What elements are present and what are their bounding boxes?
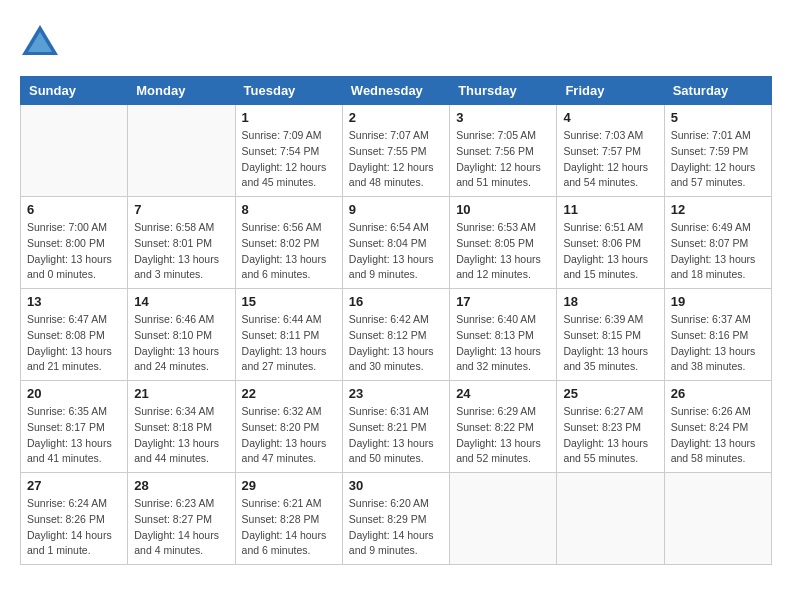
calendar-cell: 14Sunrise: 6:46 AM Sunset: 8:10 PM Dayli… — [128, 289, 235, 381]
day-number: 24 — [456, 386, 550, 401]
day-number: 2 — [349, 110, 443, 125]
calendar-cell: 13Sunrise: 6:47 AM Sunset: 8:08 PM Dayli… — [21, 289, 128, 381]
day-detail: Sunrise: 6:39 AM Sunset: 8:15 PM Dayligh… — [563, 312, 657, 375]
day-number: 27 — [27, 478, 121, 493]
day-detail: Sunrise: 7:09 AM Sunset: 7:54 PM Dayligh… — [242, 128, 336, 191]
day-number: 10 — [456, 202, 550, 217]
week-row-3: 13Sunrise: 6:47 AM Sunset: 8:08 PM Dayli… — [21, 289, 772, 381]
calendar-cell — [128, 105, 235, 197]
calendar-cell: 6Sunrise: 7:00 AM Sunset: 8:00 PM Daylig… — [21, 197, 128, 289]
calendar-cell: 24Sunrise: 6:29 AM Sunset: 8:22 PM Dayli… — [450, 381, 557, 473]
column-header-tuesday: Tuesday — [235, 77, 342, 105]
calendar-cell: 2Sunrise: 7:07 AM Sunset: 7:55 PM Daylig… — [342, 105, 449, 197]
day-number: 1 — [242, 110, 336, 125]
calendar-cell: 8Sunrise: 6:56 AM Sunset: 8:02 PM Daylig… — [235, 197, 342, 289]
calendar-cell: 18Sunrise: 6:39 AM Sunset: 8:15 PM Dayli… — [557, 289, 664, 381]
calendar-cell: 20Sunrise: 6:35 AM Sunset: 8:17 PM Dayli… — [21, 381, 128, 473]
day-number: 3 — [456, 110, 550, 125]
calendar-cell: 19Sunrise: 6:37 AM Sunset: 8:16 PM Dayli… — [664, 289, 771, 381]
day-number: 30 — [349, 478, 443, 493]
calendar-cell — [450, 473, 557, 565]
day-number: 13 — [27, 294, 121, 309]
calendar-cell: 30Sunrise: 6:20 AM Sunset: 8:29 PM Dayli… — [342, 473, 449, 565]
column-header-friday: Friday — [557, 77, 664, 105]
calendar-cell: 11Sunrise: 6:51 AM Sunset: 8:06 PM Dayli… — [557, 197, 664, 289]
calendar-cell: 4Sunrise: 7:03 AM Sunset: 7:57 PM Daylig… — [557, 105, 664, 197]
day-detail: Sunrise: 6:26 AM Sunset: 8:24 PM Dayligh… — [671, 404, 765, 467]
calendar-cell: 22Sunrise: 6:32 AM Sunset: 8:20 PM Dayli… — [235, 381, 342, 473]
day-number: 19 — [671, 294, 765, 309]
calendar-table: SundayMondayTuesdayWednesdayThursdayFrid… — [20, 76, 772, 565]
day-detail: Sunrise: 6:44 AM Sunset: 8:11 PM Dayligh… — [242, 312, 336, 375]
day-detail: Sunrise: 6:40 AM Sunset: 8:13 PM Dayligh… — [456, 312, 550, 375]
day-number: 28 — [134, 478, 228, 493]
day-number: 17 — [456, 294, 550, 309]
day-number: 21 — [134, 386, 228, 401]
day-number: 26 — [671, 386, 765, 401]
day-detail: Sunrise: 7:05 AM Sunset: 7:56 PM Dayligh… — [456, 128, 550, 191]
calendar-cell: 28Sunrise: 6:23 AM Sunset: 8:27 PM Dayli… — [128, 473, 235, 565]
day-detail: Sunrise: 6:42 AM Sunset: 8:12 PM Dayligh… — [349, 312, 443, 375]
calendar-cell: 1Sunrise: 7:09 AM Sunset: 7:54 PM Daylig… — [235, 105, 342, 197]
calendar-cell: 21Sunrise: 6:34 AM Sunset: 8:18 PM Dayli… — [128, 381, 235, 473]
day-detail: Sunrise: 6:58 AM Sunset: 8:01 PM Dayligh… — [134, 220, 228, 283]
day-detail: Sunrise: 6:37 AM Sunset: 8:16 PM Dayligh… — [671, 312, 765, 375]
day-detail: Sunrise: 6:56 AM Sunset: 8:02 PM Dayligh… — [242, 220, 336, 283]
day-detail: Sunrise: 7:07 AM Sunset: 7:55 PM Dayligh… — [349, 128, 443, 191]
calendar-cell: 29Sunrise: 6:21 AM Sunset: 8:28 PM Dayli… — [235, 473, 342, 565]
calendar-cell: 16Sunrise: 6:42 AM Sunset: 8:12 PM Dayli… — [342, 289, 449, 381]
calendar-cell: 12Sunrise: 6:49 AM Sunset: 8:07 PM Dayli… — [664, 197, 771, 289]
day-number: 29 — [242, 478, 336, 493]
day-detail: Sunrise: 6:54 AM Sunset: 8:04 PM Dayligh… — [349, 220, 443, 283]
day-number: 16 — [349, 294, 443, 309]
week-row-5: 27Sunrise: 6:24 AM Sunset: 8:26 PM Dayli… — [21, 473, 772, 565]
day-detail: Sunrise: 6:21 AM Sunset: 8:28 PM Dayligh… — [242, 496, 336, 559]
week-row-4: 20Sunrise: 6:35 AM Sunset: 8:17 PM Dayli… — [21, 381, 772, 473]
day-detail: Sunrise: 6:51 AM Sunset: 8:06 PM Dayligh… — [563, 220, 657, 283]
day-detail: Sunrise: 6:49 AM Sunset: 8:07 PM Dayligh… — [671, 220, 765, 283]
day-number: 4 — [563, 110, 657, 125]
day-number: 8 — [242, 202, 336, 217]
day-number: 11 — [563, 202, 657, 217]
day-detail: Sunrise: 6:29 AM Sunset: 8:22 PM Dayligh… — [456, 404, 550, 467]
day-number: 7 — [134, 202, 228, 217]
day-detail: Sunrise: 6:32 AM Sunset: 8:20 PM Dayligh… — [242, 404, 336, 467]
calendar-cell: 7Sunrise: 6:58 AM Sunset: 8:01 PM Daylig… — [128, 197, 235, 289]
day-number: 14 — [134, 294, 228, 309]
column-header-monday: Monday — [128, 77, 235, 105]
day-number: 18 — [563, 294, 657, 309]
column-header-saturday: Saturday — [664, 77, 771, 105]
calendar-cell: 25Sunrise: 6:27 AM Sunset: 8:23 PM Dayli… — [557, 381, 664, 473]
day-detail: Sunrise: 6:46 AM Sunset: 8:10 PM Dayligh… — [134, 312, 228, 375]
calendar-cell: 27Sunrise: 6:24 AM Sunset: 8:26 PM Dayli… — [21, 473, 128, 565]
day-number: 12 — [671, 202, 765, 217]
column-header-sunday: Sunday — [21, 77, 128, 105]
calendar-header-row: SundayMondayTuesdayWednesdayThursdayFrid… — [21, 77, 772, 105]
calendar-cell: 5Sunrise: 7:01 AM Sunset: 7:59 PM Daylig… — [664, 105, 771, 197]
logo — [20, 20, 64, 60]
calendar-cell: 9Sunrise: 6:54 AM Sunset: 8:04 PM Daylig… — [342, 197, 449, 289]
calendar-cell — [21, 105, 128, 197]
day-detail: Sunrise: 7:01 AM Sunset: 7:59 PM Dayligh… — [671, 128, 765, 191]
day-detail: Sunrise: 6:53 AM Sunset: 8:05 PM Dayligh… — [456, 220, 550, 283]
day-detail: Sunrise: 6:24 AM Sunset: 8:26 PM Dayligh… — [27, 496, 121, 559]
week-row-2: 6Sunrise: 7:00 AM Sunset: 8:00 PM Daylig… — [21, 197, 772, 289]
page-header — [20, 20, 772, 60]
day-number: 6 — [27, 202, 121, 217]
day-detail: Sunrise: 6:20 AM Sunset: 8:29 PM Dayligh… — [349, 496, 443, 559]
calendar-cell: 17Sunrise: 6:40 AM Sunset: 8:13 PM Dayli… — [450, 289, 557, 381]
day-detail: Sunrise: 6:47 AM Sunset: 8:08 PM Dayligh… — [27, 312, 121, 375]
day-detail: Sunrise: 6:34 AM Sunset: 8:18 PM Dayligh… — [134, 404, 228, 467]
day-number: 23 — [349, 386, 443, 401]
day-detail: Sunrise: 6:35 AM Sunset: 8:17 PM Dayligh… — [27, 404, 121, 467]
day-number: 20 — [27, 386, 121, 401]
day-detail: Sunrise: 7:00 AM Sunset: 8:00 PM Dayligh… — [27, 220, 121, 283]
day-number: 25 — [563, 386, 657, 401]
calendar-cell: 3Sunrise: 7:05 AM Sunset: 7:56 PM Daylig… — [450, 105, 557, 197]
day-number: 5 — [671, 110, 765, 125]
calendar-cell: 26Sunrise: 6:26 AM Sunset: 8:24 PM Dayli… — [664, 381, 771, 473]
column-header-thursday: Thursday — [450, 77, 557, 105]
day-detail: Sunrise: 6:27 AM Sunset: 8:23 PM Dayligh… — [563, 404, 657, 467]
calendar-cell: 23Sunrise: 6:31 AM Sunset: 8:21 PM Dayli… — [342, 381, 449, 473]
calendar-cell: 10Sunrise: 6:53 AM Sunset: 8:05 PM Dayli… — [450, 197, 557, 289]
